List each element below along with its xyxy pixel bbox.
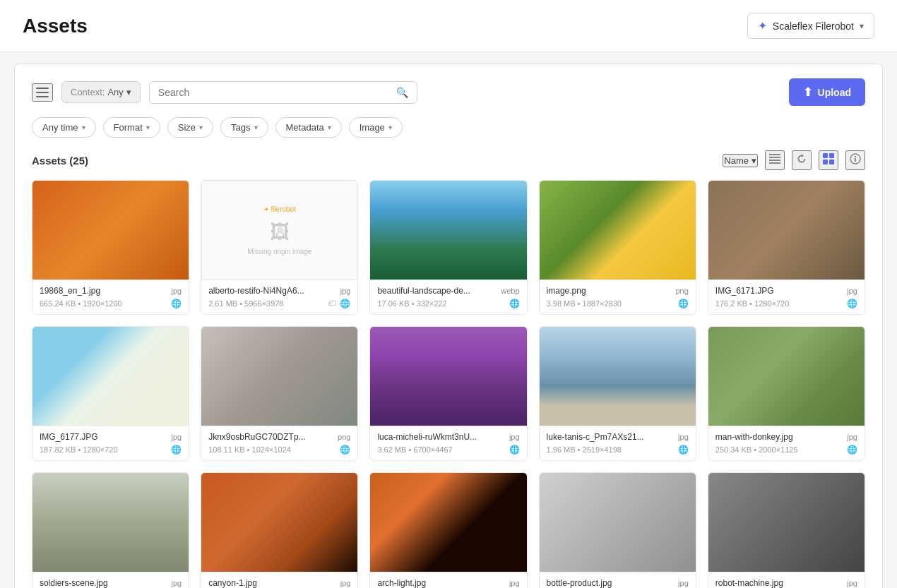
asset-name-row: Jknx9osbRuGC70DZTp... png	[208, 432, 350, 442]
asset-icons: 🌐	[171, 445, 182, 455]
top-header: Assets ✦ Scaleflex Filerobot ▾	[0, 0, 897, 52]
asset-meta-row: 2.61 MB • 5966×3978 🏷🌐	[208, 299, 350, 308]
thumb-wrap	[708, 473, 865, 572]
asset-card[interactable]: canyon-1.jpg jpg 1.2 MB • 2048×1365 🌐	[201, 472, 358, 588]
asset-card[interactable]: IMG_6177.JPG jpg 187.82 KB • 1280×720 🌐	[32, 326, 189, 461]
asset-thumbnail-placeholder: ✦ filerobot 🖼 Missing origin image	[201, 181, 357, 280]
asset-card[interactable]: ✦ filerobot 🖼 Missing origin image alber…	[201, 180, 358, 315]
refresh-button[interactable]	[792, 150, 812, 170]
chevron-down-icon: ▾	[254, 124, 258, 131]
asset-name: soldiers-scene.jpg	[40, 578, 108, 588]
asset-name-row: IMG_6171.JPG jpg	[715, 286, 857, 296]
workspace-selector[interactable]: ✦ Scaleflex Filerobot ▾	[747, 13, 874, 39]
asset-info: alberto-restifo-Ni4NgA6... jpg 2.61 MB •…	[201, 280, 357, 314]
asset-meta: 187.82 KB • 1280×720	[40, 445, 118, 454]
assets-count: Assets (25)	[32, 155, 88, 167]
thumb-wrap	[540, 327, 696, 426]
asset-meta: 3.62 MB • 6700×4467	[377, 445, 452, 454]
asset-name: arch-light.jpg	[377, 578, 426, 588]
asset-card[interactable]: image.png png 3.98 MB • 1887×2830 🌐	[539, 180, 696, 315]
asset-thumbnail	[201, 327, 357, 426]
asset-card[interactable]: 19868_en_1.jpg jpg 665.24 KB • 1920×1200…	[32, 180, 189, 315]
svg-rect-7	[823, 153, 828, 158]
asset-name: alberto-restifo-Ni4NgA6...	[208, 286, 304, 296]
asset-card[interactable]: luca-micheli-ruWkmt3nU... jpg 3.62 MB • …	[369, 326, 527, 461]
asset-card[interactable]: IMG_6171.JPG jpg 176.2 KB • 1280×720 🌐	[708, 180, 865, 315]
asset-extension: jpg	[172, 287, 182, 295]
info-button[interactable]	[845, 150, 865, 170]
asset-card[interactable]: robot-machine.jpg jpg 560 KB • 1200×900 …	[708, 472, 865, 588]
filter-size-button[interactable]: Size▾	[167, 117, 213, 138]
asset-info: Jknx9osbRuGC70DZTp... png 108.11 KB • 10…	[201, 426, 357, 460]
filter-tags-button[interactable]: Tags▾	[220, 117, 268, 138]
filter-type-button[interactable]: Image▾	[349, 117, 403, 138]
asset-meta: 250.34 KB • 2000×1125	[715, 445, 798, 454]
asset-card[interactable]: beautiful-landscape-de... webp 17.06 KB …	[369, 180, 527, 315]
asset-name-row: robot-machine.jpg jpg	[715, 578, 857, 588]
svg-rect-8	[829, 153, 834, 158]
asset-meta-row: 17.06 KB • 332×222 🌐	[377, 299, 519, 308]
asset-meta-row: 250.34 KB • 2000×1125 🌐	[715, 445, 857, 455]
placeholder-text: Missing origin image	[247, 248, 311, 256]
asset-name: IMG_6171.JPG	[715, 286, 774, 296]
search-input[interactable]	[158, 87, 391, 98]
asset-meta-row: 3.62 MB • 6700×4467 🌐	[377, 445, 519, 455]
asset-card[interactable]: arch-light.jpg jpg 890 KB • 1600×1067 🌐	[369, 472, 527, 588]
asset-name-row: arch-light.jpg jpg	[377, 578, 519, 588]
asset-extension: jpg	[847, 579, 857, 587]
filter-label: Format	[114, 122, 143, 133]
asset-info: bottle-product.jpg jpg 450 KB • 800×1200…	[540, 572, 696, 588]
chevron-down-icon: ▾	[82, 124, 85, 131]
asset-meta-row: 187.82 KB • 1280×720 🌐	[40, 445, 182, 455]
asset-info: arch-light.jpg jpg 890 KB • 1600×1067 🌐	[370, 572, 526, 588]
chevron-down-icon: ▾	[388, 124, 392, 131]
svg-rect-5	[769, 160, 780, 161]
asset-name-row: luke-tanis-c_Pm7AXs21... jpg	[547, 432, 689, 442]
context-selector[interactable]: Context: Any ▾	[61, 81, 141, 103]
asset-name-row: canyon-1.jpg jpg	[208, 578, 350, 588]
svg-rect-1	[36, 92, 49, 93]
asset-info: canyon-1.jpg jpg 1.2 MB • 2048×1365 🌐	[201, 572, 357, 588]
asset-name: luke-tanis-c_Pm7AXs21...	[547, 432, 644, 442]
sort-button[interactable]: Name ▾	[723, 154, 758, 167]
filter-label: Any time	[42, 122, 78, 133]
asset-icons: 🌐	[847, 445, 857, 455]
asset-name: image.png	[547, 286, 586, 296]
workspace-name: Scaleflex Filerobot	[773, 20, 854, 32]
asset-thumbnail	[708, 473, 865, 572]
asset-info: IMG_6177.JPG jpg 187.82 KB • 1280×720 🌐	[32, 426, 189, 460]
asset-name-row: IMG_6177.JPG jpg	[40, 432, 182, 442]
asset-meta-row: 1.96 MB • 2519×4198 🌐	[547, 445, 689, 455]
asset-card[interactable]: Jknx9osbRuGC70DZTp... png 108.11 KB • 10…	[201, 326, 358, 461]
globe-icon: 🌐	[678, 445, 689, 455]
filter-metadata-button[interactable]: Metadata▾	[275, 117, 342, 138]
asset-meta: 176.2 KB • 1280×720	[715, 299, 789, 308]
asset-icons: 🌐	[678, 445, 689, 455]
globe-icon: 🌐	[847, 299, 857, 308]
svg-rect-12	[855, 158, 856, 162]
view-controls: Name ▾	[723, 150, 865, 170]
asset-info: 19868_en_1.jpg jpg 665.24 KB • 1920×1200…	[32, 280, 189, 314]
asset-info: robot-machine.jpg jpg 560 KB • 1200×900 …	[708, 572, 865, 588]
asset-thumbnail	[540, 473, 696, 572]
menu-button[interactable]	[32, 83, 53, 102]
list-view-condensed-button[interactable]	[765, 150, 785, 170]
asset-thumbnail	[370, 327, 526, 426]
chevron-down-icon: ▾	[146, 124, 150, 131]
filters-row: Any time▾Format▾Size▾Tags▾Metadata▾Image…	[32, 117, 865, 138]
asset-name: beautiful-landscape-de...	[377, 286, 470, 296]
filter-format-button[interactable]: Format▾	[103, 117, 160, 138]
filter-time-button[interactable]: Any time▾	[32, 117, 96, 138]
asset-card[interactable]: man-with-donkey.jpg jpg 250.34 KB • 2000…	[708, 326, 865, 461]
asset-card[interactable]: luke-tanis-c_Pm7AXs21... jpg 1.96 MB • 2…	[539, 326, 696, 461]
chevron-down-icon: ▾	[860, 21, 864, 31]
placeholder-image-icon: 🖼	[270, 220, 290, 244]
asset-name-row: bottle-product.jpg jpg	[547, 578, 689, 588]
upload-button[interactable]: ⬆ Upload	[789, 78, 865, 106]
svg-rect-0	[36, 88, 49, 89]
grid-view-button[interactable]	[819, 150, 838, 170]
toolbar: Context: Any ▾ 🔍 ⬆ Upload	[32, 78, 865, 106]
asset-card[interactable]: soldiers-scene.jpg jpg 320 KB • 1920×108…	[32, 472, 189, 588]
asset-card[interactable]: bottle-product.jpg jpg 450 KB • 800×1200…	[539, 472, 696, 588]
asset-meta: 665.24 KB • 1920×1200	[40, 299, 122, 308]
